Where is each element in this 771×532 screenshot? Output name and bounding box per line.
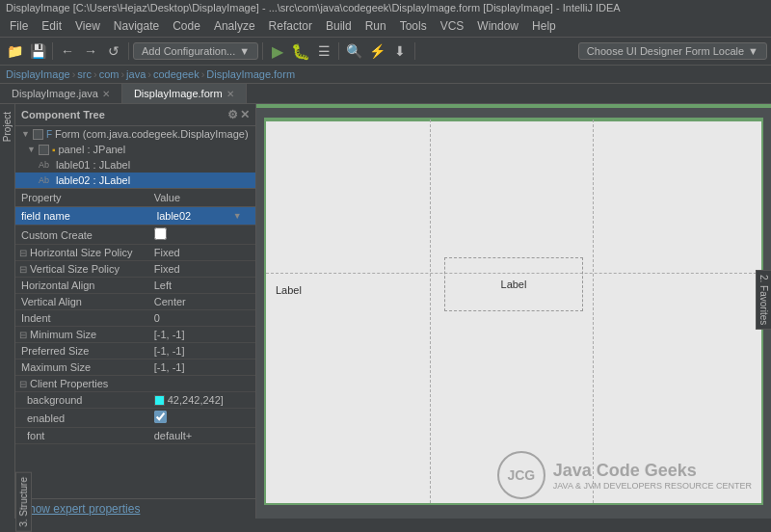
designer-panel: Label Label JCG Java Code Geeks JAVA & J… [256, 104, 771, 519]
jcg-text-block: Java Code Geeks JAVA & JVM DEVELOPERS RE… [553, 461, 752, 491]
tree-panel-icon: ▪ [52, 145, 56, 155]
canvas-top-border [266, 120, 761, 121]
toolbar-save-btn[interactable]: 💾 [27, 40, 48, 62]
prop-row-halign[interactable]: Horizontal Align Left [15, 278, 255, 294]
menu-build[interactable]: Build [320, 17, 358, 35]
breadcrumb-sep-4: › [147, 68, 151, 80]
prop-customcreate-value[interactable] [148, 226, 255, 245]
menu-code[interactable]: Code [167, 17, 206, 35]
jcg-title: Java Code Geeks [553, 461, 752, 481]
breadcrumb-displayimage[interactable]: DisplayImage [6, 68, 70, 80]
tree-node-label01[interactable]: Ab lable01 : JLabel [15, 157, 255, 173]
tab-java-close[interactable]: ✕ [102, 89, 110, 99]
tree-panel-label: panel : JPanel [58, 144, 125, 155]
update-btn[interactable]: ⬇ [389, 40, 411, 62]
prop-row-font[interactable]: font default+ [15, 428, 255, 444]
tab-java-label: DisplayImage.java [12, 88, 98, 99]
menu-navigate[interactable]: Navigate [108, 17, 165, 35]
component-tree: Component Tree ⚙ ✕ ▼ F Form (com.java.co… [15, 104, 255, 189]
prop-enabled-value[interactable] [148, 409, 255, 428]
jcg-watermark: JCG Java Code Geeks JAVA & JVM DEVELOPER… [497, 451, 752, 499]
add-configuration-btn[interactable]: Add Configuration... ▼ [133, 42, 258, 60]
prop-row-vsize[interactable]: ⊟ Vertical Size Policy Fixed [15, 261, 255, 278]
designer-label2-text: Label [501, 279, 527, 290]
breadcrumb-src[interactable]: src [77, 68, 92, 80]
fieldname-dropdown-icon[interactable]: ▼ [233, 211, 242, 221]
designer-canvas[interactable]: Label Label [264, 118, 763, 505]
tab-form[interactable]: DisplayImage.form ✕ [122, 84, 247, 103]
prop-row-prefsize[interactable]: Preferred Size [-1, -1] [15, 343, 255, 359]
prop-fieldname-value[interactable]: ▼ [148, 207, 255, 226]
designer-label1: Label [276, 284, 302, 296]
breadcrumb-com[interactable]: com [99, 68, 120, 80]
debug-btn[interactable]: 🐛 [290, 40, 311, 62]
prop-col-property: Property [15, 189, 148, 207]
fieldname-input[interactable] [154, 209, 231, 223]
designer-label2-box[interactable]: Label [444, 257, 583, 311]
menu-refactor[interactable]: Refactor [263, 17, 318, 35]
prop-row-clientprops[interactable]: ⊟ Client Properties [15, 376, 255, 392]
prop-row-customcreate[interactable]: Custom Create [15, 226, 255, 245]
menu-analyze[interactable]: Analyze [208, 17, 261, 35]
config-arrow-icon: ▼ [239, 45, 250, 57]
tree-node-label02[interactable]: Ab lable02 : JLabel [15, 173, 255, 188]
toolbar-open-btn[interactable]: 📁 [4, 40, 25, 62]
prop-row-hsize[interactable]: ⊟ Horizontal Size Policy Fixed [15, 245, 255, 261]
tab-java[interactable]: DisplayImage.java ✕ [0, 84, 122, 103]
breadcrumb-sep-5: › [201, 68, 205, 80]
menu-file[interactable]: File [4, 17, 34, 35]
prop-fieldname-cell: ▼ [154, 209, 250, 223]
add-config-label: Add Configuration... [142, 45, 235, 57]
tree-gear-icon[interactable]: ⚙ [227, 108, 238, 121]
prop-halign-label: Horizontal Align [15, 278, 148, 294]
breadcrumb-codegeek[interactable]: codegeek [153, 68, 199, 80]
tree-check-panel[interactable] [39, 145, 49, 155]
prop-row-fieldname[interactable]: field name ▼ [15, 207, 255, 226]
menu-view[interactable]: View [69, 17, 106, 35]
favorites-tab[interactable]: 2. Favorites [756, 270, 771, 330]
prop-row-maxsize[interactable]: Maximum Size [-1, -1] [15, 359, 255, 376]
structure-tab[interactable]: 3. Structure [15, 472, 32, 532]
enabled-checkbox[interactable] [154, 411, 167, 423]
prop-row-indent[interactable]: Indent 0 [15, 310, 255, 327]
settings-btn[interactable]: ⚡ [366, 40, 387, 62]
menu-edit[interactable]: Edit [36, 17, 67, 35]
locale-arrow-icon: ▼ [748, 45, 758, 57]
locale-btn[interactable]: Choose UI Designer Form Locale ▼ [578, 42, 767, 60]
designer-top-indicator [256, 104, 771, 108]
tree-node-panel[interactable]: ▼ ▪ panel : JPanel [15, 142, 255, 157]
prop-row-minsize[interactable]: ⊟ Minimum Size [-1, -1] [15, 327, 255, 343]
side-panel-left: Project [0, 104, 15, 519]
menu-run[interactable]: Run [359, 17, 392, 35]
prop-prefsize-label: Preferred Size [15, 343, 148, 359]
tree-node-form[interactable]: ▼ F Form (com.java.codegeek.DisplayImage… [15, 126, 255, 142]
project-tab[interactable]: Project [0, 108, 14, 146]
show-expert-link[interactable]: Show expert properties [21, 502, 140, 516]
jcg-subtitle: JAVA & JVM DEVELOPERS RESOURCE CENTER [553, 481, 752, 491]
prop-row-background[interactable]: background 42,242,242] [15, 392, 255, 409]
customcreate-checkbox[interactable] [154, 227, 167, 240]
prop-fieldname-label: field name [15, 207, 148, 226]
menu-bar: File Edit View Navigate Code Analyze Ref… [0, 15, 771, 37]
tree-close-icon[interactable]: ✕ [240, 108, 250, 121]
toolbar-forward-btn[interactable]: → [80, 40, 101, 62]
prop-row-valign[interactable]: Vertical Align Center [15, 294, 255, 310]
breadcrumb-form[interactable]: DisplayImage.form [206, 68, 295, 80]
tab-form-close[interactable]: ✕ [226, 89, 234, 99]
toolbar-sep-1 [52, 42, 53, 60]
toolbar-back-btn[interactable]: ← [57, 40, 78, 62]
toolbar-sep-5 [414, 42, 415, 60]
menu-tools[interactable]: Tools [394, 17, 433, 35]
menu-window[interactable]: Window [471, 17, 524, 35]
breadcrumb-java[interactable]: java [126, 68, 146, 80]
background-color-swatch[interactable] [154, 395, 165, 406]
menu-help[interactable]: Help [526, 17, 562, 35]
tree-check-form[interactable] [33, 129, 43, 140]
coverage-btn[interactable]: ☰ [313, 40, 334, 62]
toolbar-refresh-btn[interactable]: ↺ [103, 40, 124, 62]
prop-row-enabled[interactable]: enabled [15, 409, 255, 428]
menu-vcs[interactable]: VCS [435, 17, 470, 35]
run-btn[interactable]: ▶ [267, 40, 288, 62]
search-btn[interactable]: 🔍 [343, 40, 364, 62]
main-area: Project Component Tree ⚙ ✕ ▼ F Form (com… [0, 104, 771, 519]
